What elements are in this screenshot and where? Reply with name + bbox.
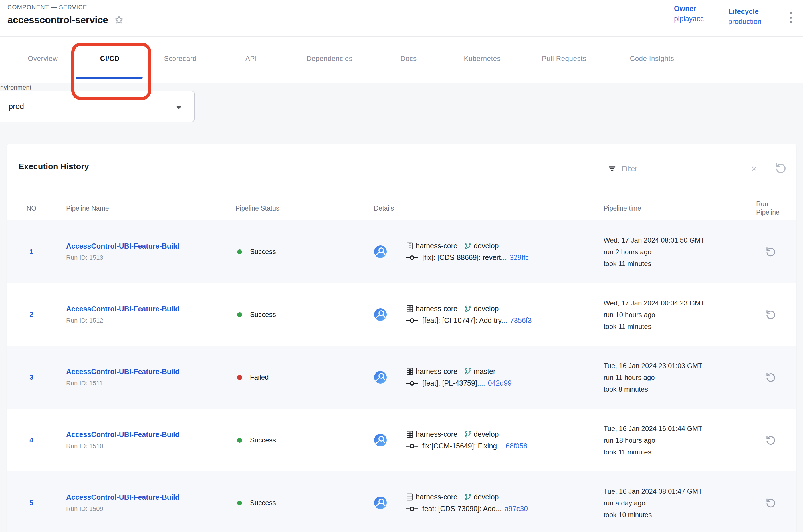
pipeline-time-cell: Tue, 16 Jan 2024 08:01:47 GMT run a day … bbox=[604, 472, 752, 532]
commit-message: [feat]: [CI-10747]: Add try... bbox=[422, 316, 507, 324]
entity-header: COMPONENT — SERVICE accesscontrol-servic… bbox=[0, 0, 803, 37]
branch-name[interactable]: develop bbox=[474, 242, 499, 250]
cicd-tab-content: Environment prod Execution History bbox=[0, 83, 803, 532]
tab-label: Docs bbox=[400, 55, 417, 62]
details-cell: harness-core master bbox=[374, 346, 512, 409]
tab[interactable]: Kubernetes bbox=[464, 55, 501, 62]
tab[interactable]: Scorecard bbox=[164, 55, 197, 62]
pipeline-ran-ago: run a day ago bbox=[604, 497, 752, 509]
chevron-down-caret-icon bbox=[176, 106, 182, 109]
tab[interactable]: Docs bbox=[400, 55, 417, 62]
rerun-pipeline-icon[interactable] bbox=[764, 309, 776, 320]
pipeline-build-icon bbox=[374, 434, 387, 446]
run-id-label: Run ID: 1512 bbox=[66, 317, 226, 324]
pipeline-name-link[interactable]: AccessControl-UBI-Feature-Build bbox=[66, 305, 226, 313]
commit-hash-link[interactable]: 7356f3 bbox=[510, 316, 532, 324]
rerun-pipeline-icon[interactable] bbox=[764, 434, 776, 446]
owner-link[interactable]: plplayacc bbox=[674, 15, 704, 23]
pipeline-name-link[interactable]: AccessControl-UBI-Feature-Build bbox=[66, 493, 226, 501]
pipeline-build-icon bbox=[374, 371, 387, 384]
pipeline-name-link[interactable]: AccessControl-UBI-Feature-Build bbox=[66, 431, 226, 439]
status-label: Success bbox=[250, 436, 276, 444]
tab-label: Overview bbox=[28, 55, 58, 62]
favorite-star-icon[interactable] bbox=[114, 15, 124, 25]
pipeline-name-cell: AccessControl-UBI-Feature-Build Run ID: … bbox=[66, 409, 226, 472]
commit-line: [feat]: [PL-43759]:... 042d99 bbox=[406, 379, 512, 387]
commit-hash-link[interactable]: 68f058 bbox=[506, 442, 527, 450]
pipeline-timestamp: Tue, 16 Jan 2024 16:01:44 GMT bbox=[604, 423, 752, 434]
status-dot bbox=[237, 312, 242, 317]
repo-name[interactable]: harness-core bbox=[416, 242, 457, 250]
commit-hash-link[interactable]: a97c30 bbox=[504, 505, 528, 513]
tab[interactable]: Code Insights bbox=[630, 55, 674, 62]
tab[interactable]: API bbox=[245, 55, 257, 62]
col-header-run-pipeline: Run Pipeline bbox=[756, 200, 780, 216]
branch-name[interactable]: develop bbox=[474, 493, 499, 501]
environment-selected-value: prod bbox=[8, 102, 24, 111]
pipeline-status-cell: Failed bbox=[237, 346, 269, 409]
refresh-icon[interactable] bbox=[773, 162, 786, 174]
entity-tabbar: OverviewCI/CDScorecardAPIDependenciesDoc… bbox=[0, 37, 803, 83]
filter-lines-icon bbox=[608, 165, 616, 173]
commit-line: [feat]: [CI-10747]: Add try... 7356f3 bbox=[406, 316, 532, 324]
table-row: 4 AccessControl-UBI-Feature-Build Run ID… bbox=[7, 409, 796, 472]
tab[interactable]: Pull Requests bbox=[542, 55, 587, 62]
commit-message: [feat]: [PL-43759]:... bbox=[422, 379, 485, 387]
clear-filter-icon[interactable] bbox=[750, 165, 758, 173]
repo-name[interactable]: harness-core bbox=[416, 305, 457, 313]
environment-select[interactable]: prod bbox=[0, 91, 195, 122]
branch-name[interactable]: master bbox=[474, 367, 495, 376]
pipeline-build-icon bbox=[374, 496, 387, 510]
pipeline-time-cell: Tue, 16 Jan 2024 23:01:03 GMT run 11 hou… bbox=[604, 346, 752, 409]
tab[interactable]: Dependencies bbox=[307, 55, 353, 62]
details-cell: harness-core develop bbox=[374, 409, 528, 472]
lifecycle-label: Lifecycle bbox=[728, 7, 762, 16]
pipeline-timestamp: Tue, 16 Jan 2024 08:01:47 GMT bbox=[604, 486, 752, 497]
tab[interactable]: Overview bbox=[28, 55, 58, 62]
table-header-row: NO Pipeline Name Pipeline Status Details… bbox=[7, 197, 796, 220]
tab-label: Code Insights bbox=[630, 55, 674, 62]
rerun-pipeline-icon[interactable] bbox=[764, 246, 776, 258]
pipeline-duration: took 10 minutes bbox=[604, 509, 752, 520]
lifecycle-value: production bbox=[728, 17, 762, 26]
status-dot bbox=[237, 438, 242, 443]
branch-name[interactable]: develop bbox=[474, 430, 499, 438]
commit-hash-link[interactable]: 042d99 bbox=[488, 379, 512, 387]
cicd-execution-history-page: { "colors": { "accent_blue": "#2257d2", … bbox=[0, 0, 803, 532]
git-commit-icon bbox=[406, 506, 418, 512]
repo-name[interactable]: harness-core bbox=[416, 367, 457, 376]
environment-label: Environment bbox=[0, 84, 32, 91]
repo-branch-line: harness-core develop bbox=[406, 493, 528, 501]
tab[interactable]: CI/CD bbox=[100, 55, 119, 62]
repo-branch-line: harness-core develop bbox=[406, 305, 532, 313]
commit-line: fix:[CCM-15649]: Fixing... 68f058 bbox=[406, 442, 528, 450]
owner-label: Owner bbox=[674, 4, 704, 13]
rerun-pipeline-icon[interactable] bbox=[764, 372, 776, 383]
git-commit-icon bbox=[406, 317, 418, 324]
run-pipeline-cell bbox=[764, 346, 776, 409]
commit-line: feat: [CDS-73090]: Add... a97c30 bbox=[406, 505, 528, 513]
branch-name[interactable]: develop bbox=[474, 305, 499, 313]
repo-name[interactable]: harness-core bbox=[416, 430, 457, 438]
detail-lines: harness-core develop bbox=[406, 430, 528, 450]
rerun-pipeline-icon[interactable] bbox=[764, 497, 776, 509]
pipeline-duration: took 11 minutes bbox=[604, 258, 752, 269]
pipeline-name-link[interactable]: AccessControl-UBI-Feature-Build bbox=[66, 242, 226, 250]
pipeline-timestamp: Wed, 17 Jan 2024 08:01:50 GMT bbox=[604, 234, 752, 246]
commit-message: fix:[CCM-15649]: Fixing... bbox=[422, 442, 503, 450]
repository-icon bbox=[406, 242, 414, 250]
kebab-menu-icon[interactable] bbox=[789, 11, 793, 24]
entity-kind-label: COMPONENT — SERVICE bbox=[7, 4, 87, 11]
detail-lines: harness-core develop bbox=[406, 305, 532, 324]
filter-input[interactable] bbox=[622, 165, 745, 173]
pipeline-ran-ago: run 2 hours ago bbox=[604, 246, 752, 258]
detail-lines: harness-core develop bbox=[406, 242, 529, 262]
repo-name[interactable]: harness-core bbox=[416, 493, 457, 501]
pipeline-name-link[interactable]: AccessControl-UBI-Feature-Build bbox=[66, 367, 226, 376]
pipeline-duration: took 8 minutes bbox=[604, 383, 752, 395]
details-cell: harness-core develop bbox=[374, 283, 532, 346]
commit-hash-link[interactable]: 329ffc bbox=[510, 253, 529, 262]
git-branch-icon bbox=[464, 431, 472, 438]
status-dot bbox=[237, 500, 242, 506]
col-header-run-line1: Run bbox=[756, 201, 768, 208]
